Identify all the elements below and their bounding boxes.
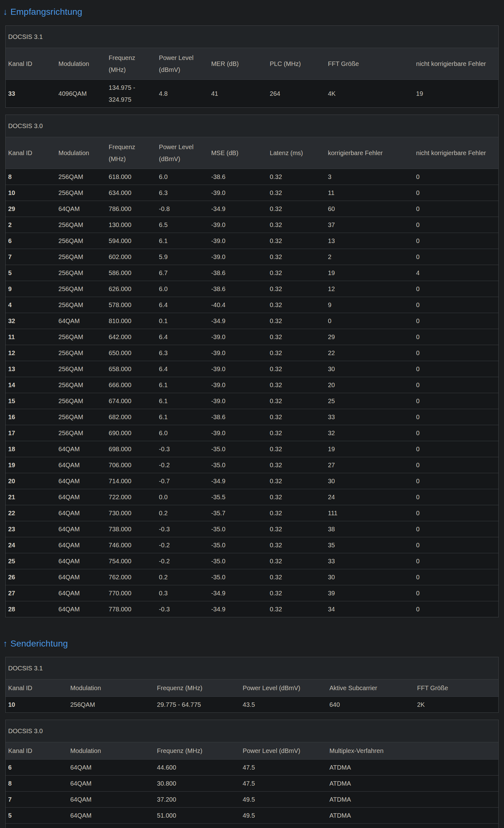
table-cell: 0.32 bbox=[267, 505, 325, 521]
table-row: 2564QAM754.000-0.2-35.00.32330 bbox=[6, 553, 498, 569]
table-cell: 30.800 bbox=[155, 776, 240, 792]
table-cell: ATDMA bbox=[327, 759, 498, 776]
column-header: Frequenz (MHz) bbox=[106, 48, 156, 80]
table-cell: 0.32 bbox=[267, 409, 325, 425]
table-cell: 0.32 bbox=[267, 585, 325, 601]
table-cell: -35.0 bbox=[209, 441, 267, 457]
table-cell: 34 bbox=[325, 601, 414, 617]
table-cell: 738.000 bbox=[106, 521, 156, 537]
column-header: MER (dB) bbox=[209, 48, 267, 80]
table-cell: 0 bbox=[325, 313, 414, 329]
table-row: 1864QAM698.000-0.3-35.00.32190 bbox=[6, 441, 498, 457]
table-cell: -0.8 bbox=[156, 201, 209, 217]
table-cell: 2K bbox=[415, 697, 498, 713]
table-row: 10256QAM634.0006.3-39.00.32110 bbox=[6, 185, 498, 201]
table-cell: 13 bbox=[6, 361, 56, 377]
table-cell: -38.6 bbox=[209, 169, 267, 185]
table-cell: 0.32 bbox=[267, 457, 325, 473]
table-cell: 6.3 bbox=[156, 185, 209, 201]
table-cell: 14 bbox=[6, 377, 56, 393]
table-cell: 2 bbox=[6, 217, 56, 233]
table-cell: 0 bbox=[414, 281, 498, 297]
table-row: 13256QAM658.0006.4-39.00.32300 bbox=[6, 361, 498, 377]
table-cell: 0 bbox=[414, 569, 498, 585]
table-cell: ATDMA bbox=[327, 808, 498, 824]
table-cell: 0 bbox=[414, 297, 498, 313]
table-cell: 24 bbox=[325, 489, 414, 505]
column-header: PLC (MHz) bbox=[267, 48, 325, 80]
column-header: korrigierbare Fehler bbox=[325, 137, 414, 169]
table-cell: 64QAM bbox=[56, 537, 106, 553]
table-row: 8256QAM618.0006.0-38.60.3230 bbox=[6, 169, 498, 185]
section-empfangsrichtung: ↓EmpfangsrichtungDOCSIS 3.1Kanal IDModul… bbox=[3, 6, 501, 617]
table-cell: 19 bbox=[325, 265, 414, 281]
table-cell: 0.32 bbox=[267, 185, 325, 201]
docsis-table: Kanal IDModulationFrequenz (MHz)Power Le… bbox=[6, 137, 498, 617]
table-cell: 786.000 bbox=[106, 201, 156, 217]
table-cell: -34.9 bbox=[209, 585, 267, 601]
table-cell: 0.32 bbox=[267, 297, 325, 313]
table-cell: 47.5 bbox=[240, 759, 327, 776]
table-cell: -0.7 bbox=[156, 473, 209, 489]
table-cell: 10 bbox=[6, 185, 56, 201]
table-cell: 0 bbox=[414, 329, 498, 345]
table-cell: 19 bbox=[414, 80, 498, 108]
table-cell: 0.32 bbox=[267, 201, 325, 217]
table-cell: 746.000 bbox=[106, 537, 156, 553]
table-row: 14256QAM666.0006.1-39.00.32200 bbox=[6, 377, 498, 393]
table-cell: 0 bbox=[414, 505, 498, 521]
table-cell: 27 bbox=[325, 457, 414, 473]
table-cell: 642.000 bbox=[106, 329, 156, 345]
table-cell: 44.600 bbox=[155, 759, 240, 776]
table-cell: 64QAM bbox=[56, 585, 106, 601]
table-cell: 6.1 bbox=[156, 393, 209, 409]
table-cell: 0.32 bbox=[267, 345, 325, 361]
table-cell: 2 bbox=[325, 249, 414, 265]
table-cell: 0.32 bbox=[267, 233, 325, 249]
table-cell: 256QAM bbox=[56, 361, 106, 377]
table-cell: 0.32 bbox=[267, 361, 325, 377]
table-cell: 5 bbox=[6, 808, 68, 824]
column-header: nicht korrigierbare Fehler bbox=[414, 137, 498, 169]
table-cell: 0 bbox=[414, 217, 498, 233]
table-cell: 256QAM bbox=[56, 409, 106, 425]
table-cell: 30 bbox=[325, 473, 414, 489]
table-cell: 634.000 bbox=[106, 185, 156, 201]
table-row: 1964QAM706.000-0.2-35.00.32270 bbox=[6, 457, 498, 473]
table-cell: 7 bbox=[6, 249, 56, 265]
table-row: 17256QAM690.0006.0-39.00.32320 bbox=[6, 425, 498, 441]
table-row: 15256QAM674.0006.1-39.00.32250 bbox=[6, 393, 498, 409]
table-panel-senderichtung-docsis31: DOCSIS 3.1Kanal IDModulationFrequenz (MH… bbox=[5, 657, 499, 713]
table-cell: 0 bbox=[414, 409, 498, 425]
column-header: Multiplex-Verfahren bbox=[327, 742, 498, 759]
table-cell: 0 bbox=[414, 457, 498, 473]
table-cell: 0.32 bbox=[267, 281, 325, 297]
table-panel-empfangsrichtung-docsis30: DOCSIS 3.0Kanal IDModulationFrequenz (MH… bbox=[5, 115, 499, 617]
table-cell: 51.000 bbox=[155, 808, 240, 824]
table-cell: 43.5 bbox=[240, 697, 327, 713]
table-cell: 256QAM bbox=[68, 697, 155, 713]
table-cell: -35.0 bbox=[209, 569, 267, 585]
table-cell: 256QAM bbox=[56, 393, 106, 409]
table-cell: 38 bbox=[325, 521, 414, 537]
table-row: 2164QAM722.0000.0-35.50.32240 bbox=[6, 489, 498, 505]
table-cell: 8 bbox=[6, 776, 68, 792]
table-cell: 64QAM bbox=[56, 569, 106, 585]
table-cell: 0 bbox=[414, 249, 498, 265]
table-row: 2364QAM738.000-0.3-35.00.32380 bbox=[6, 521, 498, 537]
column-header: Power Level (dBmV) bbox=[156, 48, 209, 80]
table-cell: ATDMA bbox=[327, 792, 498, 808]
table-cell: 64QAM bbox=[56, 473, 106, 489]
table-row: 7256QAM602.0005.9-39.00.3220 bbox=[6, 249, 498, 265]
table-caption: DOCSIS 3.1 bbox=[6, 26, 498, 48]
table-cell: -0.2 bbox=[156, 457, 209, 473]
table-cell: 594.000 bbox=[106, 233, 156, 249]
table-cell: 810.000 bbox=[106, 313, 156, 329]
table-cell: 12 bbox=[6, 345, 56, 361]
table-cell: 698.000 bbox=[106, 441, 156, 457]
table-cell: 134.975 - 324.975 bbox=[106, 80, 156, 108]
table-row: 334096QAM134.975 - 324.9754.8412644K19 bbox=[6, 80, 498, 108]
table-cell: 6.7 bbox=[156, 265, 209, 281]
table-cell: -34.9 bbox=[209, 313, 267, 329]
table-cell: 256QAM bbox=[56, 329, 106, 345]
